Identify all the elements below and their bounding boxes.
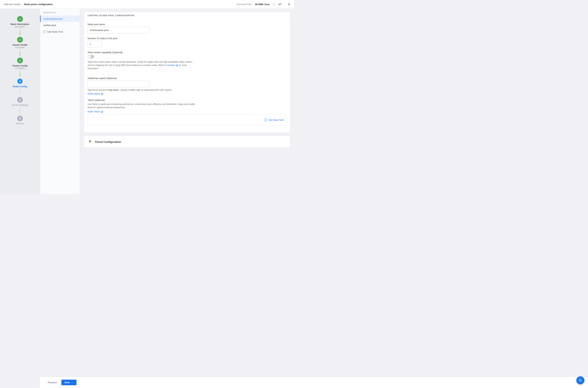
cloud-config-title: Cloud Configuration <box>95 140 121 143</box>
labels-format-help: Tag format should be key:value . Specify… <box>88 88 197 92</box>
worker-capability-label: Allow worker capability (Optional) <box>88 51 287 54</box>
estimated-rate-label: Estimated Rate: <box>237 3 252 6</box>
step-badge-4: 4 <box>17 78 23 84</box>
num-nodes-label: Number of nodes in the pool <box>88 37 287 40</box>
additional-labels-group: Additional Labels (Optional) Tag format … <box>88 77 287 95</box>
node-pool-name-label: Node pool name <box>88 23 287 26</box>
worker-capability-group: Allow worker capability (Optional) Allow… <box>88 51 287 70</box>
pool-item-control-plane[interactable]: control-plane-pool › <box>40 16 80 22</box>
breadcrumb-separator: > <box>22 3 23 6</box>
step-label-6: Review <box>16 122 24 125</box>
num-nodes-group: Number of nodes in the pool <box>88 37 287 47</box>
step-item-5: 5 Cluster Settings <box>0 95 40 108</box>
node-pool-name-group: Node pool name <box>88 23 287 33</box>
labels-format-prefix: Tag format should be <box>88 89 109 91</box>
taints-help: Use Taints to guide pod scheduling prefe… <box>88 102 197 109</box>
config-section-body: Node pool name Number of nodes in the po… <box>84 19 290 133</box>
nodepools-label: NODEPOOLS <box>40 12 80 16</box>
cloud-config-card: Cloud Configuration <box>84 136 290 148</box>
step-badge-5: 5 <box>17 97 23 103</box>
config-section-header: CONTROL-PLANE-POOL CONFIGURATION <box>84 12 290 19</box>
gcp-icon <box>88 139 93 144</box>
additional-labels-input[interactable] <box>88 81 149 87</box>
worker-capability-toggle-container <box>88 55 287 58</box>
step-label-1: Basic Information <box>11 23 29 25</box>
breadcrumb: Add new cluster > Node pools configurati… <box>4 3 53 6</box>
divider-1 <box>88 74 287 74</box>
pool-name-control-plane: control-plane-pool <box>44 18 63 20</box>
add-pool-icon: + <box>43 30 46 33</box>
num-nodes-input[interactable] <box>88 41 102 47</box>
content-area: CONTROL-PLANE-POOL CONFIGURATION Node po… <box>80 9 294 194</box>
nodepools-panel: NODEPOOLS control-plane-pool › worker-po… <box>40 9 80 194</box>
taints-group: Taints (Optional) Use Taints to guide po… <box>88 99 287 125</box>
worker-capability-help: Allows the control plane node to accept … <box>88 60 197 70</box>
worker-capability-toggle[interactable] <box>88 55 94 58</box>
step-list: 1 Basic Information gcp-cluster 2 Cluste… <box>0 14 40 127</box>
taints-area: + Add New Taint <box>88 114 287 125</box>
step-item-2: 2 Cluster Profile gcp-profile <box>0 35 40 50</box>
step-badge-3: 3 <box>17 58 23 63</box>
step-item-6: 6 Review <box>0 114 40 127</box>
step-sublabel-2: gcp-profile <box>15 46 24 48</box>
labels-format-suffix: . Specify multiple tags by separating th… <box>119 89 172 91</box>
taints-help-text: Use Taints to guide pod scheduling prefe… <box>88 103 195 109</box>
add-pool-label: Add Node Pool <box>47 30 63 33</box>
info-icon[interactable]: i <box>273 3 275 6</box>
topbar: Add new cluster > Node pools configurati… <box>0 0 294 9</box>
config-section-title: CONTROL-PLANE-POOL CONFIGURATION <box>88 14 287 17</box>
add-taint-icon: + <box>264 118 268 121</box>
step-item-3: 3 Cluster Config Completed <box>0 56 40 71</box>
node-taints-link[interactable]: Node Taints <box>88 110 103 113</box>
api-link[interactable]: API <box>278 3 282 6</box>
step-label-3: Cluster Config <box>12 65 27 67</box>
step-sublabel-3: Completed <box>15 67 25 69</box>
step-item-1: 1 Basic Information gcp-cluster <box>0 14 40 29</box>
step-item-4: 4 Nodes Config <box>0 76 40 90</box>
close-button[interactable]: ✕ <box>288 3 290 6</box>
node-pool-name-input[interactable] <box>88 27 149 33</box>
topbar-right: Estimated Rate: $0.3866 / hour i API ✕ <box>237 2 290 6</box>
add-node-pool-button[interactable]: + Add Node Pool <box>40 28 80 35</box>
add-taint-label: Add New Taint <box>269 119 284 121</box>
step-label-2: Cluster Profile <box>12 44 27 46</box>
step-sublabel-1: gcp-cluster <box>15 25 25 28</box>
step-badge-6: 6 <box>17 116 23 121</box>
step-label-4: Nodes Config <box>13 85 27 88</box>
main-layout: 1 Basic Information gcp-cluster 2 Cluste… <box>0 9 294 194</box>
taints-label: Taints (Optional) <box>88 99 287 101</box>
additional-labels-label: Additional Labels (Optional) <box>88 77 287 80</box>
clusters-link[interactable]: Clusters <box>167 64 179 67</box>
node-labels-link[interactable]: Node labels <box>88 92 103 95</box>
estimated-rate-value: $0.3866 / hour <box>255 3 270 6</box>
pool-chevron-control-plane: › <box>76 17 77 20</box>
pool-name-worker: worker-pool <box>44 24 56 26</box>
step-badge-1: 1 <box>17 16 23 22</box>
add-taint-button[interactable]: + Add New Taint <box>264 118 284 121</box>
breadcrumb-current: Node pools configuration <box>24 3 53 6</box>
labels-format-bold: key:value <box>109 89 118 91</box>
control-plane-pool-config-card: CONTROL-PLANE-POOL CONFIGURATION Node po… <box>84 12 290 133</box>
breadcrumb-base: Add new cluster <box>4 3 21 6</box>
step-label-5: Cluster Settings <box>11 104 28 106</box>
sidebar: 1 Basic Information gcp-cluster 2 Cluste… <box>0 9 40 194</box>
pool-item-worker[interactable]: worker-pool <box>40 22 80 28</box>
step-badge-2: 2 <box>17 37 23 43</box>
